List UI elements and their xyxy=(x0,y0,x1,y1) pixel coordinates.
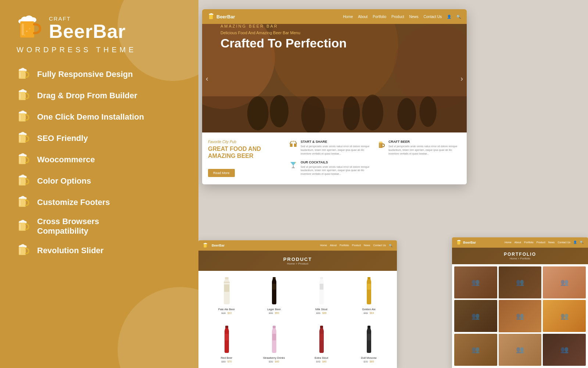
hero-tagline: Delicious Food And Amazing Beer Bar Menu xyxy=(220,31,448,35)
product-logo-text: BeerBar xyxy=(212,244,225,247)
svg-rect-92 xyxy=(368,277,370,279)
svg-rect-85 xyxy=(204,244,207,247)
svg-rect-94 xyxy=(225,326,228,328)
svg-rect-23 xyxy=(19,114,21,120)
svg-point-76 xyxy=(379,142,383,144)
prod-nav-product: Product xyxy=(352,244,361,247)
port-nav-about: About xyxy=(514,241,521,244)
nav-portfolio: Portfolio xyxy=(373,15,386,19)
feature-label-responsive: Fully Responsive Design xyxy=(37,70,133,79)
product-name-red-beer: Red Beer xyxy=(221,356,233,360)
port-nav-contact: Contact Us xyxy=(557,241,570,244)
svg-rect-93 xyxy=(367,284,371,290)
mockup-left-col: Favorite City Pub GREAT FOOD AND AMAZING… xyxy=(208,140,282,177)
portfolio-mockup: BeerBar Home About Portfolio Product New… xyxy=(452,237,588,368)
product-card-golden-ale: Golden Ale $69 $64 xyxy=(347,276,391,314)
portfolio-img-9 xyxy=(543,334,586,366)
svg-rect-86 xyxy=(225,277,229,279)
product-mockup: BeerBar Home About Portfolio Product New… xyxy=(198,240,397,368)
product-card-lager: Lager Beer $56 $50 xyxy=(252,276,296,314)
svg-rect-13 xyxy=(19,72,21,78)
svg-rect-70 xyxy=(290,144,293,147)
feature-label-woocommerce: Woocommerce xyxy=(37,155,95,164)
brand-text-block: Craft BeerBar xyxy=(49,15,126,41)
product-price-lager: $56 $50 xyxy=(269,312,279,314)
product-card-pale-ale: Pale Ale Beer $29 $22 xyxy=(204,276,249,314)
svg-rect-91 xyxy=(320,284,323,290)
product-price-red-beer: $80 $70 xyxy=(221,360,232,363)
feature-item-drag-drop: Drag & Drop From Builder xyxy=(17,89,184,103)
svg-rect-28 xyxy=(19,136,21,142)
product-card-dull-moscow: Dull Moscow $70 $65 xyxy=(347,325,391,363)
svg-rect-18 xyxy=(19,93,21,99)
mockup-hero: AMAZING BEER BAR Delicious Food And Amaz… xyxy=(202,24,467,132)
svg-point-64 xyxy=(270,95,288,127)
svg-point-81 xyxy=(295,162,296,163)
svg-rect-77 xyxy=(380,144,380,147)
feature-label-color-options: Color Options xyxy=(37,176,91,186)
feature-item-woocommerce: Woocommerce xyxy=(17,153,184,167)
port-nav-user: 👤 xyxy=(573,241,577,244)
hero-next-arrow[interactable]: › xyxy=(460,74,463,82)
svg-point-67 xyxy=(362,95,383,130)
nav-user-icon: 👤 xyxy=(447,15,451,19)
svg-line-73 xyxy=(292,141,293,142)
prod-nav-portfolio: Portfolio xyxy=(340,244,349,247)
feature-label-seo: SEO Friendly xyxy=(37,134,88,143)
cocktail-icon xyxy=(289,160,298,169)
feature-item-cross-browser: Cross BrowsersCompatibility xyxy=(17,217,184,236)
read-more-button[interactable]: Read More xyxy=(208,169,235,177)
product-price-milk-stout: $55 $46 xyxy=(316,312,326,314)
mockup-nav-links: Home About Portfolio Product News Contac… xyxy=(343,15,461,19)
svg-point-63 xyxy=(247,96,269,131)
product-card-extra-stout: Extra Stout $45 $40 xyxy=(299,325,344,363)
mockup-feature-start-share: START & SHARE Sed ut perspiciatis unde o… xyxy=(289,140,373,157)
nav-home: Home xyxy=(343,15,353,19)
svg-point-8 xyxy=(24,35,25,36)
product-logo-icon xyxy=(203,243,208,248)
nav-contact: Contact Us xyxy=(424,15,442,19)
port-nav-product: Product xyxy=(537,241,545,244)
product-name-milk-stout: Milk Stout xyxy=(315,308,327,311)
feature-text-craft-beer: CRAFT BEER Sed ut perspiciatis unde omni… xyxy=(388,140,461,157)
beer-mug-small-icon-9 xyxy=(17,244,31,258)
bottle-red-beer xyxy=(218,325,236,354)
main-mockup: BeerBar Home About Portfolio Product New… xyxy=(202,9,467,184)
product-name-extra-stout: Extra Stout xyxy=(315,356,328,360)
product-hero-bar: PRODUCT Home > Product xyxy=(198,251,397,271)
feature-label-demo-install: One Click Demo Installation xyxy=(37,112,144,122)
portfolio-img-3 xyxy=(543,266,586,298)
hero-prev-arrow[interactable]: ‹ xyxy=(206,74,208,82)
product-card-milk-stout: Milk Stout $55 $46 xyxy=(299,276,344,314)
feature-label-revolution: Revolution Slider xyxy=(37,246,104,255)
portfolio-img-5 xyxy=(499,300,542,332)
prod-nav-contact: Contact Us xyxy=(373,244,386,247)
beer-mug-small-icon-8 xyxy=(17,219,31,233)
port-nav-news: News xyxy=(548,241,555,244)
feature-item-responsive: Fully Responsive Design xyxy=(17,67,184,81)
svg-rect-100 xyxy=(368,326,370,328)
portfolio-grid xyxy=(452,264,588,368)
product-breadcrumb: Home > Product xyxy=(287,262,308,265)
prod-nav-about: About xyxy=(330,244,337,247)
svg-rect-75 xyxy=(379,143,383,148)
svg-rect-48 xyxy=(19,224,21,230)
svg-point-7 xyxy=(29,28,31,29)
portfolio-img-1 xyxy=(454,266,497,298)
feature-text-start-share: START & SHARE Sed ut perspiciatis unde o… xyxy=(301,140,373,157)
product-grid-row1: Pale Ale Beer $29 $22 Lager Beer $56 xyxy=(198,271,397,319)
mockup-logo: BeerBar xyxy=(208,13,235,20)
nav-about: About xyxy=(358,15,368,19)
product-price-dull-moscow: $70 $65 xyxy=(363,360,374,363)
product-price-extra-stout: $45 $40 xyxy=(316,360,326,363)
portfolio-img-2 xyxy=(499,266,542,299)
svg-rect-95 xyxy=(225,334,229,340)
beer-mug-small-icon-4 xyxy=(17,131,31,145)
portfolio-title: PORTFOLIO xyxy=(504,252,536,257)
portfolio-logo-icon xyxy=(456,240,462,245)
svg-rect-99 xyxy=(320,334,323,340)
product-price-strawberry: $50 $40 xyxy=(269,360,279,363)
portfolio-img-8 xyxy=(499,334,542,366)
port-nav-home: Home xyxy=(505,241,512,244)
svg-rect-89 xyxy=(272,284,276,290)
